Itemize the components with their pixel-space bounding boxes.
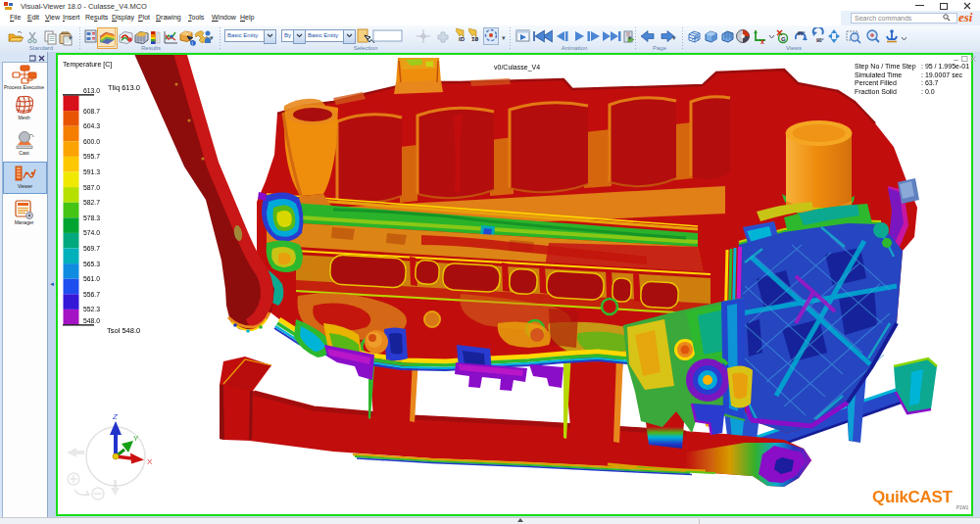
svg-text:565.3: 565.3 (83, 261, 100, 267)
svg-text:Z: Z (112, 412, 119, 421)
svg-text:Simulated Time: Simulated Time (855, 71, 902, 78)
svg-text:Step No / Time Step: Step No / Time Step (855, 63, 916, 71)
svg-text:Temperature [C]: Temperature [C] (63, 61, 112, 69)
svg-text:595.7: 595.7 (83, 153, 100, 160)
svg-text:Y: Y (133, 434, 139, 443)
svg-text:561.0: 561.0 (83, 275, 100, 282)
svg-text:QuikCAST: QuikCAST (872, 488, 954, 506)
svg-text:X: X (147, 457, 153, 466)
svg-text:: 63.7: : 63.7 (921, 79, 939, 86)
svg-text:582.7: 582.7 (83, 199, 100, 206)
svg-text:: 19.0007 sec: : 19.0007 sec (921, 71, 963, 78)
svg-text:600.0: 600.0 (83, 138, 100, 145)
svg-text:Tliq 613.0: Tliq 613.0 (108, 83, 140, 92)
svg-text:548.0: 548.0 (83, 317, 100, 324)
svg-text:: 0.0: : 0.0 (921, 88, 935, 95)
svg-text:552.3: 552.3 (83, 306, 100, 312)
svg-text:Tsol 548.0: Tsol 548.0 (107, 326, 140, 335)
svg-text:608.7: 608.7 (83, 108, 100, 115)
svg-text:Percent Filled: Percent Filled (855, 79, 897, 86)
svg-text:556.7: 556.7 (83, 291, 100, 298)
svg-text:569.7: 569.7 (83, 245, 100, 252)
svg-text:574.0: 574.0 (83, 229, 100, 236)
svg-text:591.3: 591.3 (83, 168, 100, 175)
svg-text:Fraction Solid: Fraction Solid (855, 88, 897, 95)
svg-text:604.3: 604.3 (83, 122, 100, 129)
svg-text:578.3: 578.3 (83, 214, 100, 221)
svg-text:613.0: 613.0 (83, 87, 100, 94)
svg-text:v0/Culasse_V4: v0/Culasse_V4 (494, 64, 540, 71)
svg-text:: 95 / 1.995e-01: : 95 / 1.995e-01 (921, 63, 969, 70)
svg-text:587.0: 587.0 (83, 184, 100, 191)
svg-text:P1W1: P1W1 (956, 505, 969, 510)
